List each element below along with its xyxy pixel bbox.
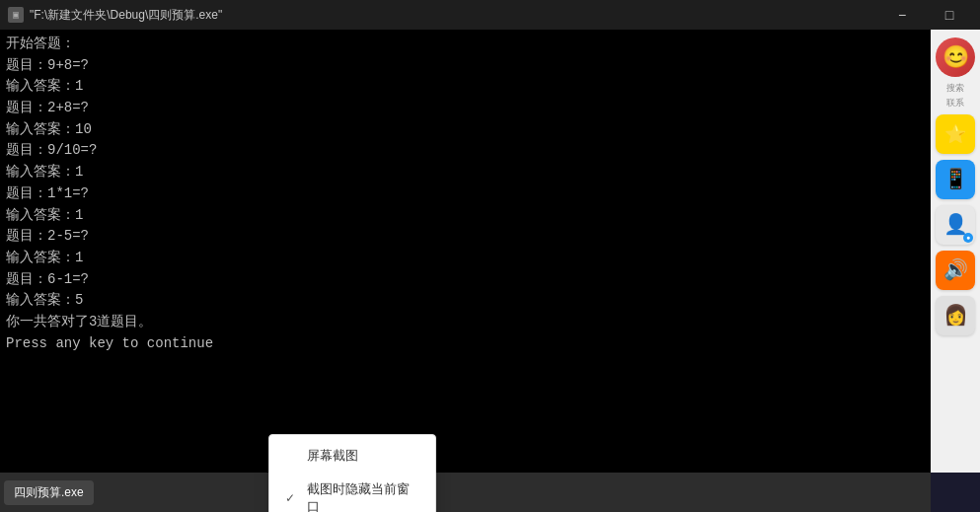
context-menu-screenshot[interactable]: 屏幕截图: [269, 439, 435, 473]
terminal-line: 输入答案：10: [6, 119, 925, 141]
contacts-label: 联系: [946, 98, 964, 109]
taskbar: 四则预算.exe: [0, 473, 931, 512]
context-menu-hide-window[interactable]: ✓ 截图时隐藏当前窗口: [269, 473, 435, 512]
terminal-line: 你一共答对了3道题目。: [6, 312, 925, 333]
title-bar-left: ▣ "F:\新建文件夹\Debug\四则预算.exe": [8, 7, 222, 24]
terminal-line: 输入答案：1: [6, 162, 925, 183]
search-label: 搜索: [946, 83, 964, 94]
avatar2-icon: 👩: [943, 303, 968, 328]
terminal-line: 输入答案：1: [6, 205, 925, 227]
user-avatar[interactable]: 😊: [936, 37, 975, 77]
checkmark-icon: ✓: [285, 491, 299, 505]
notification-badge: ●: [963, 233, 973, 243]
person-button[interactable]: 👤 ●: [936, 205, 975, 245]
phone-button[interactable]: 📱: [936, 160, 975, 199]
app-icon-symbol: ▣: [13, 9, 19, 21]
title-bar: ▣ "F:\新建文件夹\Debug\四则预算.exe" − □: [0, 0, 980, 30]
app-icon: ▣: [8, 7, 24, 23]
terminal-line: 输入答案：1: [6, 76, 925, 98]
check-placeholder-icon: [285, 449, 299, 463]
terminal-line: 题目：1*1=?: [6, 183, 925, 205]
avatar2-button[interactable]: 👩: [936, 296, 975, 335]
terminal-line: 题目：9/10=?: [6, 140, 925, 162]
terminal-line: 题目：6-1=?: [6, 269, 925, 291]
terminal-line: 题目：9+8=?: [6, 55, 925, 77]
sound-icon: 🔊: [943, 257, 968, 282]
right-sidebar: 😊 搜索 联系 ⭐ 📱 👤 ● 🔊 👩: [931, 30, 980, 473]
terminal-line: Press any key to continue: [6, 333, 925, 355]
maximize-button[interactable]: □: [927, 0, 972, 30]
window-title: "F:\新建文件夹\Debug\四则预算.exe": [30, 7, 222, 24]
main-layout: 开始答题：题目：9+8=?输入答案：1题目：2+8=?输入答案：10题目：9/1…: [0, 30, 980, 473]
title-bar-controls: − □: [879, 0, 972, 30]
context-menu-screenshot-label: 屏幕截图: [307, 447, 358, 465]
bottom-bar: 四则预算.exe: [0, 473, 980, 512]
context-menu: 屏幕截图 ✓ 截图时隐藏当前窗口: [268, 434, 436, 512]
terminal-line: 题目：2-5=?: [6, 226, 925, 248]
star-icon: ⭐: [944, 123, 966, 145]
minimize-button[interactable]: −: [879, 0, 925, 30]
phone-icon: 📱: [943, 167, 968, 191]
avatar-icon: 😊: [942, 44, 969, 71]
sound-button[interactable]: 🔊: [936, 251, 975, 290]
terminal-line: 开始答题：: [6, 34, 925, 55]
terminal-line: 输入答案：5: [6, 290, 925, 312]
star-button[interactable]: ⭐: [936, 114, 975, 154]
terminal-window[interactable]: 开始答题：题目：9+8=?输入答案：1题目：2+8=?输入答案：10题目：9/1…: [0, 30, 931, 473]
terminal-line: 输入答案：1: [6, 248, 925, 269]
terminal-line: 题目：2+8=?: [6, 98, 925, 119]
context-menu-hide-label: 截图时隐藏当前窗口: [307, 480, 419, 512]
taskbar-item[interactable]: 四则预算.exe: [4, 480, 94, 505]
